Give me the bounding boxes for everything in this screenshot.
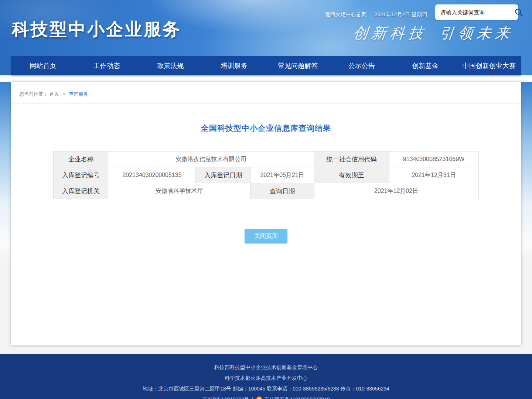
nav-item-innovation-fund[interactable]: 创新基金 [393,56,457,75]
search-box [435,4,518,20]
table-row: 企业名称 安徽塔孜信息技术有限公司 统一社会信用代码 9134030008523… [54,151,478,167]
credit-code-label: 统一社会信用代码 [314,151,389,167]
footer-address-line: 地址：北京市西城区三里河二区甲18号 邮编：100045 联系电话：010-88… [0,383,532,394]
nav-item-training[interactable]: 培训服务 [202,56,266,75]
breadcrumb-current-link[interactable]: 查询服务 [69,91,88,97]
nav-item-faq[interactable]: 常见问题解答 [266,56,330,75]
credit-code-value: 91340300085231069W [389,151,478,167]
valid-until-label: 有效期至 [314,167,389,183]
enterprise-name-label: 企业名称 [54,151,108,167]
icp-record-link[interactable]: 京ICP备13019302号-1 [202,394,254,399]
table-row: 入库登记编号 202134030200005135 入库登记日期 2021年05… [54,167,478,183]
registration-authority-value: 安徽省科学技术厅 [108,183,250,199]
nav-item-home[interactable]: 网站首页 [11,56,75,75]
page-background: 您当前位置： 首页 > 查询服务 全国科技型中小企业信息库查询结果 企业名称 安… [0,82,532,354]
footer-org-line2: 科学技术部火炬高技术产业开发中心 [0,373,532,383]
public-security-record-link[interactable]: 京公网安备11010202007048 [264,394,330,399]
breadcrumb-home-link[interactable]: 首页 [50,91,59,97]
close-page-button[interactable]: 关闭页面 [245,229,287,243]
registration-authority-label: 入库登记机关 [54,183,108,199]
police-badge-icon [256,396,262,399]
nav-item-work-news[interactable]: 工作动态 [75,56,139,75]
table-row: 入库登记机关 安徽省科学技术厅 查询日期 2021年12月02日 [54,183,478,199]
slogan-part2: 引领未来 [439,23,515,43]
site-footer: 科技部科技型中小企业技术创新基金管理中心 科学技术部火炬高技术产业开发中心 地址… [0,354,532,399]
enterprise-name-value: 安徽塔孜信息技术有限公司 [108,151,314,167]
search-input[interactable] [440,9,514,16]
valid-until-value: 2021年12月31日 [389,167,478,183]
nav-item-competition[interactable]: 中国创新创业大赛 [457,56,521,75]
site-slogan: 创新科技 引领未来 [352,23,515,43]
breadcrumb-separator: > [62,91,65,97]
footer-org-line1: 科技部科技型中小企业技术创新基金管理中心 [0,362,532,373]
page-title: 全国科技型中小企业信息库查询结果 [11,123,521,133]
registration-date-value: 2021年05月21日 [250,167,314,183]
search-icon[interactable] [514,7,524,17]
return-torch-home-link[interactable]: 返回火炬中心首页 [325,11,366,18]
registration-number-label: 入库登记编号 [54,167,108,183]
nav-item-announcements[interactable]: 公示公告 [330,56,394,75]
top-bar: 返回火炬中心首页 2021年12月2日 星期四 [325,4,518,20]
slogan-part1: 创新科技 [352,23,428,43]
content-panel: 您当前位置： 首页 > 查询服务 全国科技型中小企业信息库查询结果 企业名称 安… [11,82,521,345]
registration-number-value: 202134030200005135 [108,167,196,183]
main-nav: 网站首页 工作动态 政策法规 培训服务 常见问题解答 公示公告 创新基金 中国创… [11,56,521,75]
nav-item-policies[interactable]: 政策法规 [139,56,202,75]
breadcrumb: 您当前位置： 首页 > 查询服务 [11,82,521,104]
current-date: 2021年12月2日 星期四 [375,11,427,18]
site-logo: 科技型中小企业服务 [12,18,181,41]
nav-background: 网站首页 工作动态 政策法规 培训服务 常见问题解答 公示公告 创新基金 中国创… [0,56,532,75]
query-date-label: 查询日期 [250,183,314,199]
breadcrumb-prefix: 您当前位置： [19,91,48,97]
registration-date-label: 入库登记日期 [196,167,250,183]
query-date-value: 2021年12月02日 [314,183,478,199]
query-result-table: 企业名称 安徽塔孜信息技术有限公司 统一社会信用代码 9134030008523… [53,151,478,199]
footer-registration-line: 京ICP备13019302号-1 京公网安备11010202007048 [0,394,532,399]
site-header: 返回火炬中心首页 2021年12月2日 星期四 科技型中小企业服务 创新科技 引… [0,0,532,56]
